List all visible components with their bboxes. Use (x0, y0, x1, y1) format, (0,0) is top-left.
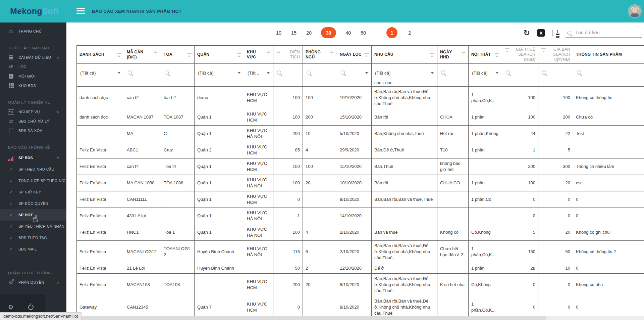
table-row[interactable]: Feliz En VistaMACANLOG12TOAANLOG12Huyện … (77, 241, 644, 263)
sidebar-item-sp-hot[interactable]: SP HOT (0, 209, 66, 221)
filter-cell-gia-thue-search[interactable] (502, 64, 538, 82)
filter-cell-phong-ngu[interactable] (303, 64, 337, 82)
scrollbar-thumb[interactable] (66, 316, 546, 320)
page-size-10[interactable]: 10 (276, 30, 282, 36)
filter-menu-icon[interactable] (276, 50, 281, 54)
filter-menu-icon[interactable] (430, 53, 434, 57)
column-header-quan[interactable]: QUẬN (195, 46, 244, 64)
filter-cell-dien-tich[interactable] (273, 64, 303, 82)
table-row[interactable]: Feliz En VistaHNC1Tòa 1Quận 1KHU VỰC HÀ … (77, 224, 644, 241)
table-row[interactable]: Feliz En VistaMACAN108TOA108KHU VỰC HCM2… (77, 274, 644, 296)
sidebar-item-log[interactable]: LOG (0, 62, 66, 72)
sidebar-item-tong-hop-sp-theo-nc[interactable]: TỔNG HỢP SP THEO N/C (0, 175, 66, 186)
filter-menu-icon[interactable] (505, 48, 509, 52)
sidebar-item-sp-bds[interactable]: SP BĐS› (0, 152, 66, 164)
chevron-down-icon[interactable] (118, 72, 120, 74)
table-row[interactable]: Feliz En Vista21 Lê LợiHuyện Bình Chánh5… (77, 263, 644, 274)
cell-gia-thue-search: 0 (502, 208, 538, 224)
filter-menu-icon[interactable] (236, 53, 241, 57)
table-row-partial[interactable]: cầu,Thuê (77, 82, 644, 87)
excel-export-icon[interactable]: X (537, 29, 545, 37)
column-chooser-icon[interactable] (552, 30, 558, 36)
sidebar-item-sp-giu-key[interactable]: SP GIỮ KEY (0, 186, 66, 198)
column-header-ngay-loc[interactable]: NGÀY LỌC (337, 46, 372, 64)
sidebar-item-sp-yeu-thich-ca-nhan[interactable]: SP YÊU THÍCH CÁ NHÂN (0, 221, 66, 232)
column-header-danh-sach[interactable]: DANH SÁCH (77, 46, 124, 64)
filter-menu-icon[interactable] (187, 53, 192, 57)
sidebar-item-cai-dat-du-lieu[interactable]: CÀI ĐẶT DỮ LIỆU› (0, 53, 66, 62)
sidebar-item-moi-gioi[interactable]: MÔI GIỚI (0, 72, 66, 81)
user-avatar[interactable] (629, 5, 641, 17)
filter-cell-thong-tin-san-pham[interactable] (573, 64, 644, 82)
column-header-nhu-cau[interactable]: NHU CẦU (372, 46, 437, 64)
filter-cell-nhu-cau[interactable]: (Tất cả) (372, 64, 437, 82)
column-header-noi-that[interactable]: NỘI THẤT (469, 46, 502, 64)
filter-menu-icon[interactable] (153, 50, 158, 54)
filter-menu-icon[interactable] (116, 53, 121, 57)
sidebar-item-bds-cho-xu-ly[interactable]: BĐS CHỜ XỬ LÝ (0, 117, 66, 126)
filter-menu-icon[interactable] (541, 48, 546, 52)
filter-cell-noi-that[interactable]: (Tất cả) (469, 64, 502, 82)
filter-cell-quan[interactable]: (Tất cả) (195, 64, 244, 82)
column-header-thong-tin-san-pham[interactable]: THÔNG TIN SẢN PHẨM (573, 46, 644, 64)
filter-cell-toa[interactable] (161, 64, 195, 82)
filter-cell-ngay-hhd[interactable] (437, 64, 469, 82)
refresh-icon[interactable]: ↻ (524, 29, 530, 37)
table-row[interactable]: danh sách đọccăn t2tòa t 2demoKHU VỰC HC… (77, 87, 644, 109)
page-size-50[interactable]: 50 (360, 30, 366, 36)
cell-khu-vuc: KHU VỰC HCM (244, 296, 273, 319)
table-row[interactable]: MACQuận 1KHU VỰC HÀ NỘI200105/10/2020Bán… (77, 126, 644, 142)
search-input[interactable] (566, 28, 642, 38)
page-number-2[interactable]: 2 (407, 30, 413, 36)
chevron-down-icon[interactable] (365, 72, 368, 74)
menu-toggle-icon[interactable] (76, 8, 85, 14)
filter-cell-ma-can[interactable] (124, 64, 161, 82)
column-header-gia-thue-search[interactable]: GIÁ THUÊ SEARCH (USD) (502, 46, 538, 64)
column-header-phong-ngu[interactable]: PHÒNG NGỦ (303, 46, 337, 64)
horizontal-scrollbar[interactable] (66, 316, 644, 320)
chevron-down-icon[interactable] (238, 72, 240, 74)
column-header-ma-can[interactable]: MÃ CĂN (Đ/C) (124, 46, 161, 64)
column-header-khu-vuc[interactable]: KHU VỰC (244, 46, 273, 64)
chevron-down-icon[interactable] (267, 72, 270, 74)
sidebar-item-kho-bds[interactable]: KHO BĐS (0, 81, 66, 90)
page-size-20[interactable]: 20 (306, 30, 312, 36)
column-header-dien-tich[interactable]: DIỆN TÍCH (273, 46, 303, 64)
table-row[interactable]: Feliz En Vistacăn t4Tòa t4Quận 1KHU VỰC … (77, 158, 644, 175)
column-header-toa[interactable]: TÒA (161, 46, 195, 64)
sidebar-item-phan-quyen[interactable]: PHÂN QUYỀN› (0, 278, 66, 287)
page-size-15[interactable]: 15 (291, 30, 297, 36)
page-size-30[interactable]: 30 (321, 27, 336, 38)
filter-menu-icon[interactable] (329, 50, 334, 54)
filter-cell-danh-sach[interactable]: (Tất cả) (77, 64, 124, 82)
table-row[interactable]: GatewayCAN12345Quận 7KHU VỰC HCM08/10/20… (77, 296, 644, 319)
page-number-1[interactable]: 1 (386, 27, 397, 38)
sidebar-item-bds-mail[interactable]: BĐS MAIL (0, 243, 66, 255)
chevron-down-icon[interactable] (496, 72, 498, 74)
sidebar-item-bds-theo-tag[interactable]: BĐS THEO TAG (0, 232, 66, 243)
sidebar-item-sp-doc-quyen[interactable]: SP ĐỘC QUYỀN (0, 198, 66, 209)
filter-menu-icon[interactable] (364, 53, 369, 57)
filter-cell-gia-ban-search[interactable] (538, 64, 573, 82)
table-row[interactable]: Feliz En VistaMA CAN 1088TÒA 1088Quận 1K… (77, 175, 644, 191)
filter-menu-icon[interactable] (461, 50, 466, 54)
filter-menu-icon[interactable] (266, 50, 270, 54)
column-header-gia-ban-search[interactable]: GIÁ BÁN SEARCH (tỷ/VNĐ) (538, 46, 573, 64)
power-logout-icon[interactable] (28, 305, 34, 310)
page-size-40[interactable]: 40 (345, 30, 351, 36)
sidebar-item-bds-da-xoa[interactable]: BĐS ĐÃ XÓA (0, 126, 66, 135)
filter-menu-icon[interactable] (494, 53, 499, 57)
table-row[interactable]: danh sách đọcMACAN 1087TOA 1087Quận 1KHU… (77, 109, 644, 126)
sidebar-item-nghiep-vu[interactable]: NGHIỆP VỤ› (0, 107, 66, 117)
sidebar-item-trang-chu[interactable]: TRANG CHỦ (0, 27, 66, 36)
table-row[interactable]: Feliz En VistaCAN11111Quận 1KHU VỰC HCM0… (77, 191, 644, 208)
settings-gear-icon[interactable]: ⚙ (8, 304, 13, 310)
cell-ngay-loc: 15/10/2020 (337, 109, 372, 126)
table-row[interactable]: Feliz En VistaABC1CruzQuận 2KHU VỰC HCM8… (77, 142, 644, 158)
filter-cell-ngay-loc[interactable] (337, 64, 372, 82)
chevron-down-icon[interactable] (431, 72, 434, 74)
filter-cell-khu-vuc[interactable]: (Tất ... (244, 64, 273, 82)
table-row[interactable]: Feliz En Vista433 Lê lợiQuận 1KHU VỰC HÀ… (77, 208, 644, 224)
sidebar-item-sp-theo-nhu-cau[interactable]: SP THEO NHU CẦU (0, 164, 66, 175)
column-header-ngay-hhd[interactable]: NGÀY HHĐ (437, 46, 469, 64)
